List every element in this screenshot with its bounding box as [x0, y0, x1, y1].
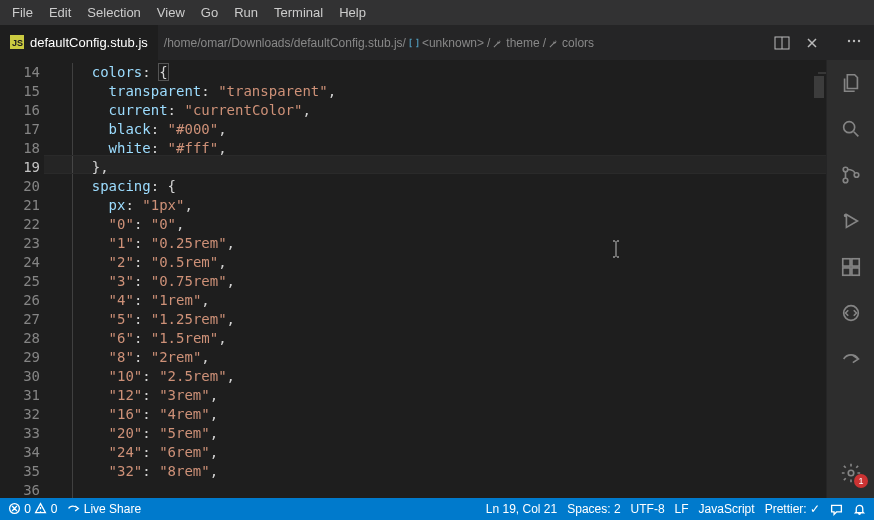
- line-number: 16: [0, 101, 40, 120]
- svg-point-8: [854, 173, 859, 178]
- line-number: 35: [0, 462, 40, 481]
- code-line[interactable]: black: "#000",: [58, 120, 826, 139]
- svg-point-3: [853, 40, 855, 42]
- search-icon[interactable]: [840, 118, 862, 140]
- status-eol[interactable]: LF: [675, 502, 689, 516]
- line-number: 18: [0, 139, 40, 158]
- overview-marker: [818, 72, 826, 74]
- line-number: 21: [0, 196, 40, 215]
- code-line[interactable]: "3": "0.75rem",: [58, 272, 826, 291]
- breadcrumb-unknown: <unknown>: [422, 36, 484, 50]
- line-number: 34: [0, 443, 40, 462]
- code-line[interactable]: transparent: "transparent",: [58, 82, 826, 101]
- status-cursor[interactable]: Ln 19, Col 21: [486, 502, 557, 516]
- line-number: 26: [0, 291, 40, 310]
- menu-terminal[interactable]: Terminal: [266, 1, 331, 24]
- svg-rect-11: [851, 259, 858, 266]
- code-line[interactable]: white: "#fff",: [58, 139, 826, 158]
- code-line[interactable]: },: [58, 158, 826, 177]
- line-number: 29: [0, 348, 40, 367]
- menu-go[interactable]: Go: [193, 1, 226, 24]
- svg-point-5: [843, 122, 854, 133]
- code-line[interactable]: "4": "1rem",: [58, 291, 826, 310]
- editor-scrollbar[interactable]: [814, 60, 826, 495]
- source-control-icon[interactable]: [840, 164, 862, 186]
- menu-edit[interactable]: Edit: [41, 1, 79, 24]
- line-number: 20: [0, 177, 40, 196]
- tabbar: JS defaultConfig.stub.js /home/omar/Down…: [0, 25, 874, 60]
- text-cursor-icon: [610, 240, 622, 258]
- code-line[interactable]: "10": "2.5rem",: [58, 367, 826, 386]
- code-line[interactable]: "24": "6rem",: [58, 443, 826, 462]
- share-icon[interactable]: [840, 348, 862, 370]
- status-problems[interactable]: 0 0: [8, 502, 57, 516]
- code-line[interactable]: spacing: {: [58, 177, 826, 196]
- status-encoding[interactable]: UTF-8: [631, 502, 665, 516]
- code-line[interactable]: "12": "3rem",: [58, 386, 826, 405]
- notification-badge[interactable]: 1: [854, 474, 868, 488]
- line-number: 15: [0, 82, 40, 101]
- remote-icon[interactable]: [840, 302, 862, 324]
- close-icon[interactable]: [804, 35, 820, 51]
- wrench-icon: [492, 37, 504, 49]
- wrench-icon: [548, 37, 560, 49]
- feedback-icon[interactable]: [830, 503, 843, 516]
- line-number: 23: [0, 234, 40, 253]
- line-number: 27: [0, 310, 40, 329]
- scrollbar-thumb[interactable]: [814, 76, 824, 98]
- svg-point-7: [843, 178, 848, 183]
- bell-icon[interactable]: [853, 503, 866, 516]
- code-line[interactable]: "32": "8rem",: [58, 462, 826, 481]
- code-line[interactable]: "6": "1.5rem",: [58, 329, 826, 348]
- tab-active[interactable]: JS defaultConfig.stub.js: [0, 25, 158, 60]
- code-line[interactable]: current: "currentColor",: [58, 101, 826, 120]
- line-number: 36: [0, 481, 40, 500]
- split-editor-icon[interactable]: [774, 35, 790, 51]
- status-language[interactable]: JavaScript: [699, 502, 755, 516]
- debug-icon[interactable]: [840, 210, 862, 232]
- breadcrumb-path: /home/omar/Downloads/defaultConfig.stub.…: [164, 36, 406, 50]
- menu-help[interactable]: Help: [331, 1, 374, 24]
- code-editor[interactable]: 1415161718192021222324252627282930313233…: [0, 60, 826, 498]
- breadcrumb-colors: colors: [562, 36, 594, 50]
- line-number: 25: [0, 272, 40, 291]
- line-number: 31: [0, 386, 40, 405]
- code-line[interactable]: "20": "5rem",: [58, 424, 826, 443]
- extensions-icon[interactable]: [840, 256, 862, 278]
- code-line[interactable]: "0": "0",: [58, 215, 826, 234]
- status-liveshare[interactable]: Live Share: [67, 502, 141, 516]
- menubar: FileEditSelectionViewGoRunTerminalHelp: [0, 0, 874, 25]
- line-number: 30: [0, 367, 40, 386]
- statusbar: 0 0 Live Share Ln 19, Col 21 Spaces: 2 U…: [0, 498, 874, 520]
- menu-selection[interactable]: Selection: [79, 1, 148, 24]
- line-gutter: 1415161718192021222324252627282930313233…: [0, 60, 58, 498]
- svg-rect-12: [842, 268, 849, 275]
- code-line[interactable]: px: "1px",: [58, 196, 826, 215]
- javascript-icon: JS: [10, 35, 24, 49]
- code-line[interactable]: "16": "4rem",: [58, 405, 826, 424]
- menu-run[interactable]: Run: [226, 1, 266, 24]
- files-icon[interactable]: [840, 72, 862, 94]
- menu-view[interactable]: View: [149, 1, 193, 24]
- line-number: 28: [0, 329, 40, 348]
- breadcrumb-theme: theme: [506, 36, 539, 50]
- line-number: 17: [0, 120, 40, 139]
- code-line[interactable]: "5": "1.25rem",: [58, 310, 826, 329]
- status-spaces[interactable]: Spaces: 2: [567, 502, 620, 516]
- tab-filename: defaultConfig.stub.js: [30, 35, 148, 50]
- brackets-icon: [408, 37, 420, 49]
- menu-file[interactable]: File: [4, 1, 41, 24]
- code-line[interactable]: "1": "0.25rem",: [58, 234, 826, 253]
- code-line[interactable]: "2": "0.5rem",: [58, 253, 826, 272]
- line-number: 24: [0, 253, 40, 272]
- svg-rect-10: [842, 259, 849, 266]
- breadcrumb[interactable]: /home/omar/Downloads/defaultConfig.stub.…: [164, 36, 594, 50]
- more-icon[interactable]: [846, 33, 862, 52]
- line-number: 19: [0, 158, 40, 177]
- code-content[interactable]: colors: { transparent: "transparent", cu…: [58, 60, 826, 498]
- status-prettier[interactable]: Prettier: ✓: [765, 502, 820, 516]
- code-line[interactable]: "8": "2rem",: [58, 348, 826, 367]
- code-line[interactable]: colors: {: [58, 63, 826, 82]
- line-number: 33: [0, 424, 40, 443]
- line-number: 32: [0, 405, 40, 424]
